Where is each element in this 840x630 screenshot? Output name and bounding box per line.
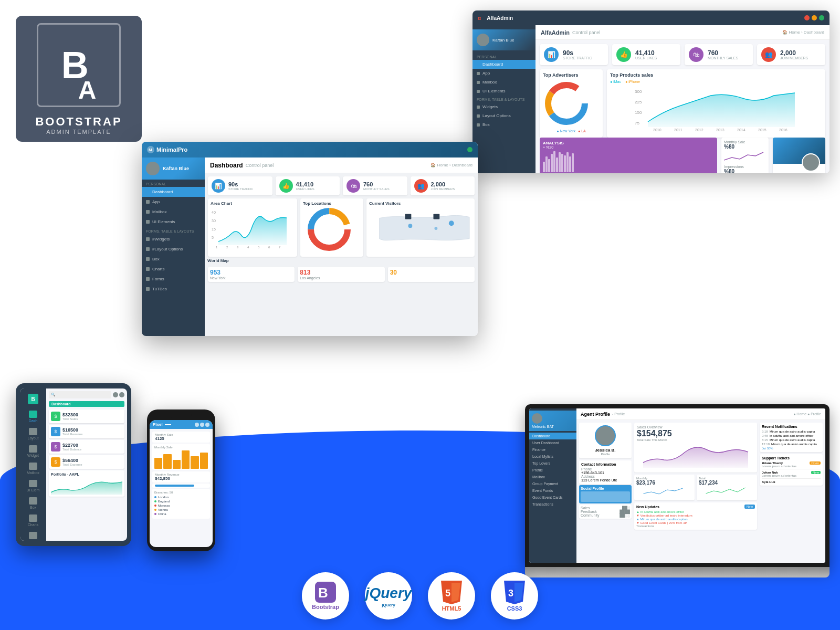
alfa-stat-val-sales: 760: [708, 50, 738, 56]
alfa-close-btn[interactable]: [804, 15, 810, 20]
laptop-notif-text-2: In aduffal aciti aint amore effitor: [770, 434, 814, 437]
laptop-community-row: Community ██░░: [581, 513, 630, 517]
phone-topicon-2[interactable]: [200, 423, 204, 427]
tablet-notif-icon[interactable]: [113, 392, 118, 397]
phone-topicon-1[interactable]: [195, 423, 199, 427]
tablet-nav-charts[interactable]: Charts: [20, 512, 46, 529]
monitor-lbl-traffic: STORE TRAFFIC: [228, 187, 253, 191]
alfa-donut-chart: [543, 80, 590, 127]
tablet-portfolio-chart: [51, 477, 122, 496]
alfa-maximize-btn[interactable]: [819, 15, 824, 20]
alfa-nav-mailbox[interactable]: Mailbox: [472, 78, 536, 87]
tablet-user-icon[interactable]: [119, 392, 124, 397]
tablet-topbar: 🔍: [49, 391, 124, 398]
alfa-nav-box[interactable]: Box: [472, 120, 536, 129]
tablet-nav-layout[interactable]: Layout: [20, 425, 46, 443]
monitor-nav-app[interactable]: App: [142, 197, 205, 207]
phone-branch-name-china: China: [158, 512, 208, 516]
laptop-notif-text-4: Mirum qua de astro audiis capita: [771, 443, 817, 446]
svg-text:5: 5: [258, 246, 260, 249]
alfa-monthly-sale: Monthly Sale %80 Impressions %80: [721, 138, 769, 173]
monitor-sidebar: Kaftan Blue PERSONAL Dashboard App Mailb…: [142, 158, 205, 336]
svg-text:2010: 2010: [653, 128, 662, 132]
alfa-win-controls: [804, 15, 824, 20]
tablet-nav-mailbox[interactable]: Mailbox: [20, 460, 46, 477]
alfa-nav-ui[interactable]: UI Elements: [472, 87, 536, 96]
alfa-stat-icon-members: 👥: [761, 47, 776, 62]
laptop-nav-profile[interactable]: Profile: [529, 467, 576, 474]
laptop-nav-event[interactable]: Event Funds: [529, 487, 576, 494]
svg-point-33: [434, 227, 437, 230]
tablet-sidebar: B Dash Layout Widget Mailbox UI Elem Box: [20, 388, 46, 541]
laptop-feedback-bar: ████: [620, 510, 630, 513]
monitor-nav-ui[interactable]: UI Elements: [142, 217, 205, 227]
alfa-nav-dashboard[interactable]: Dashboard: [472, 60, 536, 69]
alfa-stat-icon-likes: 👍: [616, 47, 631, 62]
alfa-stats-row: 📊 90s STORE TRAFFIC 👍 41,410 USER LIKES …: [536, 40, 830, 69]
laptop-nav-dashboard[interactable]: Dashboard: [529, 433, 576, 439]
tablet-nav-box[interactable]: Box: [20, 495, 46, 512]
laptop-feedback-row: Feedback ████: [581, 510, 630, 513]
monitor-nav-layout[interactable]: #Layout Options: [142, 244, 205, 254]
laptop-nav-group[interactable]: Group Payment: [529, 480, 576, 487]
alfa-nav-app[interactable]: App: [472, 69, 536, 78]
monitor-nav-box[interactable]: Box: [142, 254, 205, 264]
laptop-finance-val-2: $17,234: [699, 480, 755, 486]
laptop-ticket-1: Briana Thacry Open Lorem ipsum ad orient…: [762, 461, 821, 469]
tablet-nav-forms[interactable]: Forms: [20, 529, 46, 541]
laptop-nav-finance[interactable]: Finance: [529, 446, 576, 453]
laptop-updates-header: New Updates New: [636, 505, 755, 509]
phone-topicon-3[interactable]: [205, 423, 209, 427]
monitor-area-chart-svg: 40 30 15 5 1 2 3 4 5 6 7: [211, 207, 295, 249]
logo-a: A: [78, 78, 97, 103]
laptop-nav-cards[interactable]: Good Event Cards: [529, 494, 576, 501]
laptop-nav-transaction[interactable]: Transactions: [529, 501, 576, 508]
monitor-stat-traffic: 📊 90sSTORE TRAFFIC: [208, 176, 272, 195]
monitor-nav-tables[interactable]: TuTBes: [142, 284, 205, 294]
tablet-search[interactable]: 🔍: [49, 391, 111, 398]
tech-icon-html5: 5 HTML5: [428, 572, 475, 620]
tablet-stat-32300: $ $32300 Total Sales: [49, 410, 124, 423]
alfa-stat-lbl-likes: USER LIKES: [635, 56, 657, 60]
phone-bars-visual: [154, 450, 208, 469]
monitor-max-btn[interactable]: [467, 147, 472, 152]
phone-branch-dot-vienna: [154, 509, 156, 511]
alfa-nav-layout[interactable]: Layout Options: [472, 111, 536, 120]
monitor-locations-chart: Top Locations: [300, 198, 363, 257]
laptop-sub: - Profile: [612, 412, 625, 416]
tech-icons-row: B Bootstrap jQuery jQuery 5 HTML5 3 CSS3: [302, 572, 538, 620]
monitor-nav-charts[interactable]: Charts: [142, 264, 205, 274]
monitor-bottom-row: 953 New York 813 Los Angeles 30: [205, 265, 478, 284]
laptop-mini-chart-1: [636, 486, 692, 496]
monitor-newyork-val: 953: [210, 269, 292, 276]
laptop-user: Metronic BAT: [529, 411, 576, 431]
alfa-sidebar: Kaftan Blue PERSONAL Dashboard App Mailb…: [472, 25, 536, 173]
alfa-minimize-btn[interactable]: [812, 15, 817, 20]
svg-text:75: 75: [635, 121, 639, 125]
laptop-nav-mailbox[interactable]: Mailbox: [529, 474, 576, 480]
jquery-symbol: jQuery: [365, 585, 412, 602]
alfa-stat-val-likes: 41,410: [635, 50, 657, 56]
monitor-nav-mailbox[interactable]: Mailbox: [142, 207, 205, 217]
laptop-nav-top[interactable]: Top Lovers: [529, 460, 576, 467]
alfa-stat-icon-sales: 🛍: [689, 47, 704, 62]
laptop-notif-title: Recent Notifications: [762, 425, 797, 428]
monitor-stats-row: 📊 90sSTORE TRAFFIC 👍 41,410USER LIKES 🛍 …: [205, 173, 478, 198]
monitor-nav-widgets[interactable]: #Widgets: [142, 234, 205, 244]
laptop-sidebar: Metronic BAT Dashboard User Dashboard Fi…: [529, 408, 576, 563]
tablet-nav-ui[interactable]: UI Elem: [20, 477, 46, 495]
svg-text:2015: 2015: [758, 128, 766, 132]
alfa-nav-widgets[interactable]: Widgets: [472, 102, 536, 111]
alfa-titlebar: α AlfaAdmin: [472, 10, 830, 25]
monitor-nav-forms[interactable]: Forms: [142, 274, 205, 284]
monitor-nav-dashboard[interactable]: Dashboard: [142, 187, 205, 197]
alfa-charts-row: Top Advertisers ● New York ● LA Top Prod…: [536, 69, 830, 138]
monitor-titlebar: M MinimalPro: [142, 142, 478, 158]
laptop-base: [525, 567, 830, 578]
phone-menu-icon[interactable]: [165, 424, 171, 425]
tablet-nav-dashboard[interactable]: Dash: [20, 408, 46, 425]
tablet-nav-widgets[interactable]: Widget: [20, 443, 46, 460]
monitor-logo-text: MinimalPro: [156, 146, 187, 153]
laptop-nav-personal[interactable]: User Dashboard: [529, 439, 576, 446]
laptop-nav-local[interactable]: Local Mylists: [529, 453, 576, 460]
